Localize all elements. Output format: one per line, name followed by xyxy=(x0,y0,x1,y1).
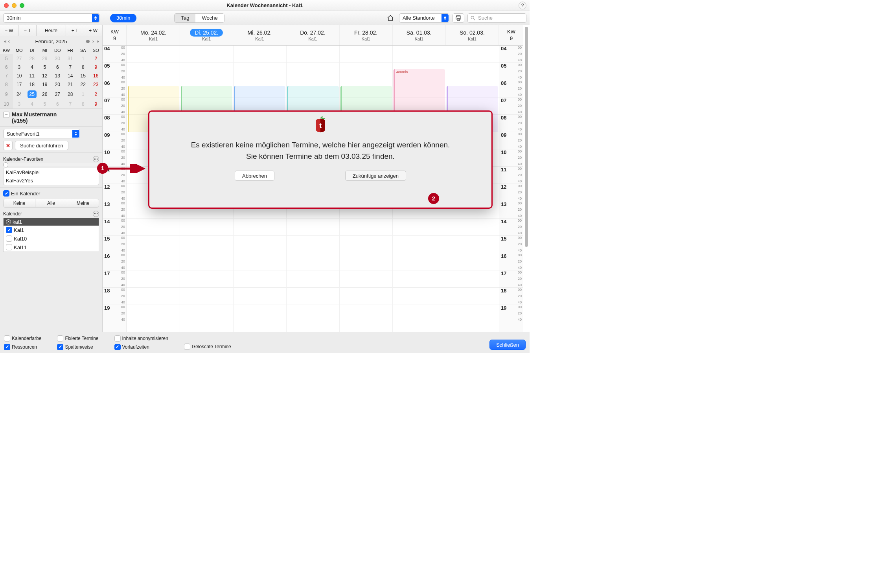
more-icon[interactable]: ••• xyxy=(93,211,99,217)
search-input[interactable]: Suche xyxy=(467,13,526,23)
more-icon[interactable]: ••• xyxy=(93,156,99,162)
updown-arrows-icon xyxy=(92,14,99,22)
mini-cal-day[interactable]: 29 xyxy=(39,54,52,63)
mini-cal-day[interactable]: 25 xyxy=(26,89,39,100)
mini-cal-day[interactable]: 18 xyxy=(26,80,39,89)
mini-cal-day[interactable]: 2 xyxy=(90,54,103,63)
dialog-future-button[interactable]: Zukünftige anzeigen xyxy=(345,171,406,181)
kalenderfarbe-checkbox[interactable] xyxy=(4,335,10,342)
mini-cal-day[interactable]: 1 xyxy=(77,89,90,100)
mini-cal-day[interactable]: 16 xyxy=(90,72,103,80)
today-dot-icon[interactable] xyxy=(86,40,90,43)
mini-cal-day[interactable]: 17 xyxy=(13,80,26,89)
kalender-selected-row[interactable]: ✕ kal1 xyxy=(4,218,99,226)
mini-cal-day[interactable]: 14 xyxy=(64,72,77,80)
home-icon[interactable] xyxy=(385,13,396,24)
mini-cal-day[interactable]: 12 xyxy=(39,72,52,80)
next-day-button[interactable]: + T xyxy=(66,25,85,36)
kalender-item[interactable]: Kal1 xyxy=(4,226,99,234)
mini-cal-day[interactable]: 27 xyxy=(13,54,26,63)
mini-cal-day[interactable]: 3 xyxy=(13,63,26,72)
kalfav-item[interactable]: KalFav2Yes xyxy=(4,176,99,185)
help-button[interactable]: ? xyxy=(519,2,526,9)
run-search-button[interactable]: Suche durchführen xyxy=(15,141,68,150)
mini-cal-day[interactable]: 23 xyxy=(90,80,103,89)
month-forward[interactable]: ››› xyxy=(85,39,99,44)
mini-cal-day[interactable]: 1 xyxy=(77,54,90,63)
kalfav-item[interactable]: KalFavBeispiel xyxy=(4,168,99,176)
fixierte-checkbox[interactable] xyxy=(57,335,63,342)
next-week-button[interactable]: + W xyxy=(84,25,102,36)
close-button[interactable]: Schließen xyxy=(489,340,526,350)
mini-cal-day[interactable]: 11 xyxy=(26,72,39,80)
view-week-tab[interactable]: Woche xyxy=(195,14,224,22)
spaltenweise-checkbox[interactable] xyxy=(57,344,63,350)
vertical-scrollbar[interactable] xyxy=(523,25,530,332)
prev-week-button[interactable]: − W xyxy=(0,25,18,36)
today-button[interactable]: Heute xyxy=(37,25,66,36)
clear-search-button[interactable]: ✕ xyxy=(3,141,13,150)
vorlaufzeiten-checkbox[interactable] xyxy=(114,344,121,350)
ressourcen-checkbox[interactable] xyxy=(4,344,10,350)
mini-cal-day[interactable]: 3 xyxy=(13,100,26,108)
geloeschte-checkbox[interactable] xyxy=(184,344,190,350)
mini-cal-day[interactable]: 6 xyxy=(51,63,64,72)
seg-mine[interactable]: Meine xyxy=(67,199,99,207)
mini-cal-day[interactable]: 22 xyxy=(77,80,90,89)
location-select[interactable]: Alle Standorte xyxy=(399,13,449,23)
mini-cal-day[interactable]: 5 xyxy=(39,63,52,72)
mini-cal-day[interactable]: 20 xyxy=(51,80,64,89)
day-header[interactable]: Fr. 28.02.Kal1 xyxy=(340,25,393,45)
mini-cal-day[interactable]: 28 xyxy=(26,54,39,63)
dialog-cancel-button[interactable]: Abbrechen xyxy=(235,171,274,181)
print-button[interactable] xyxy=(453,13,464,23)
mini-cal-day[interactable]: 10 xyxy=(13,72,26,80)
mini-cal-day[interactable]: 9 xyxy=(90,63,103,72)
kalender-checkbox[interactable] xyxy=(6,244,12,250)
mini-cal-day[interactable]: 19 xyxy=(39,80,52,89)
mini-cal-day[interactable]: 13 xyxy=(51,72,64,80)
mini-cal-day[interactable]: 4 xyxy=(26,63,39,72)
duration-pill[interactable]: 30min xyxy=(110,14,136,22)
kalender-item[interactable]: Kal11 xyxy=(4,243,99,252)
mini-cal-day[interactable]: 28 xyxy=(64,89,77,100)
day-header[interactable]: Di. 25.02.Kal1 xyxy=(180,25,233,45)
remove-icon[interactable]: ✕ xyxy=(6,219,11,224)
mini-cal-day[interactable]: 9 xyxy=(90,100,103,108)
scrollbar-thumb[interactable] xyxy=(525,27,528,247)
mini-cal-day[interactable]: 8 xyxy=(77,100,90,108)
mini-cal-day[interactable]: 30 xyxy=(51,54,64,63)
day-header[interactable]: Mo. 24.02.Kal1 xyxy=(127,25,180,45)
single-cal-checkbox[interactable] xyxy=(3,190,9,197)
mini-cal-day[interactable]: 7 xyxy=(64,63,77,72)
day-header[interactable]: Mi. 26.02.Kal1 xyxy=(233,25,286,45)
duration-select[interactable]: 30min xyxy=(3,13,100,23)
search-favorite-select[interactable]: SucheFavorit1 xyxy=(3,129,80,138)
mini-cal-day[interactable]: 26 xyxy=(39,89,52,100)
mini-cal-day[interactable]: 2 xyxy=(90,89,103,100)
prev-day-button[interactable]: − T xyxy=(18,25,37,36)
seg-all[interactable]: Alle xyxy=(35,199,67,207)
view-day-tab[interactable]: Tag xyxy=(175,14,195,22)
mini-cal-day[interactable]: 27 xyxy=(51,89,64,100)
kalender-checkbox[interactable] xyxy=(6,235,12,242)
kalender-checkbox[interactable] xyxy=(6,227,12,233)
mini-cal-day[interactable]: 5 xyxy=(39,100,52,108)
mini-cal-day[interactable]: 7 xyxy=(64,100,77,108)
mini-cal-day[interactable]: 8 xyxy=(77,63,90,72)
mini-cal-day[interactable]: 15 xyxy=(77,72,90,80)
month-back[interactable]: ‹‹‹ xyxy=(3,39,11,44)
mini-cal-day[interactable]: 24 xyxy=(13,89,26,100)
mini-cal-day[interactable]: 21 xyxy=(64,80,77,89)
mini-cal-day[interactable]: 31 xyxy=(64,54,77,63)
collapse-icon[interactable]: − xyxy=(3,112,9,118)
kalender-item[interactable]: Kal10 xyxy=(4,234,99,243)
day-header[interactable]: Do. 27.02.Kal1 xyxy=(286,25,339,45)
mini-cal-day[interactable]: 4 xyxy=(26,100,39,108)
mini-cal-day[interactable]: 6 xyxy=(51,100,64,108)
inhalte-checkbox[interactable] xyxy=(114,335,121,342)
seg-none[interactable]: Keine xyxy=(4,199,35,207)
day-header[interactable]: Sa. 01.03.Kal1 xyxy=(393,25,446,45)
kalfav-slider[interactable] xyxy=(3,163,99,166)
day-header[interactable]: So. 02.03.Kal1 xyxy=(446,25,499,45)
